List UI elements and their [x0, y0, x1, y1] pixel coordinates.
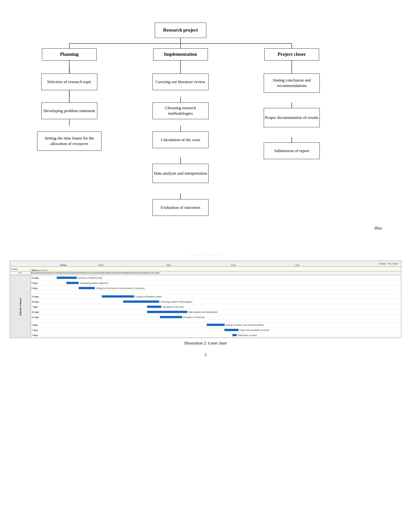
illus-label: ·Illus [374, 226, 382, 231]
implementation-box: Implementation [153, 48, 208, 61]
gantt-row-6: 7 days Calculation of the costs [31, 304, 401, 309]
today-label: Today [60, 264, 66, 266]
gantt-row-8: 11 days Evaluation of outcomes [31, 314, 401, 320]
bar-label-3: Setting the time frame for the allocatio… [96, 287, 145, 289]
gantt-row-2: 6 days Developing problem statement [31, 280, 401, 285]
days-9: 9 days [32, 324, 38, 326]
days-4: 16 days [32, 295, 39, 297]
gantt-row-content-11: 2 days Submission of report [31, 333, 401, 337]
bar-9 [207, 324, 225, 326]
days-6: 7 days [32, 305, 38, 308]
bar-label-9: Stating conclusion and recommendations [226, 324, 264, 326]
gantt-row-3: 8 days Setting the time frame for the al… [31, 285, 401, 291]
finish-label: Finish [380, 263, 388, 265]
planning-child-3: Setting the time frame for the allocatio… [37, 131, 102, 151]
gantt-row-4: 16 days Carrying out literature review [31, 294, 401, 299]
bar-6 [147, 305, 161, 308]
days-10: 7 days [32, 329, 38, 331]
bar-label-6: Calculation of the costs [162, 305, 184, 308]
impl-child-5: Evaluation of outcomes [152, 199, 209, 216]
gantt-body: Gantt Chart 10 days Selection of researc… [10, 275, 401, 338]
start-label: Start [32, 269, 36, 271]
bar-label-1: Selection of research topic [78, 276, 103, 279]
bar-2 [66, 282, 79, 284]
gantt-row-7: 20 days Data analysis and interpretation [31, 309, 401, 314]
bar-label-5: Choosing research methodologies [161, 300, 192, 303]
planning-child-2: Developing problem statement [41, 102, 97, 119]
bar-5 [123, 300, 159, 303]
days-2: 6 days [32, 282, 38, 284]
gantt-row-content-9: 9 days Stating conclusion and recommenda… [31, 322, 401, 327]
pc-child-3: Submission of report [264, 142, 320, 159]
spacer-row [31, 291, 401, 294]
bar-11 [232, 334, 237, 336]
bar-4 [102, 295, 134, 297]
gantt-row-content-8: 11 days Evaluation of outcomes [31, 314, 401, 319]
gantt-row-content-2: 6 days Developing problem statement [31, 280, 401, 285]
start-date: Mon 2/27/17 [37, 269, 48, 271]
dates-row: 9|12|15|18|21|24|27|2|5|8|11|14|17|20|23… [31, 271, 401, 275]
org-chart-wrapper: Research project Planning Implementation… [19, 13, 392, 245]
pc-child-1: Stating conclusion and recommendations [264, 73, 320, 93]
gantt-row-10: 7 days Proper documentation of results [31, 327, 401, 333]
june-label: June [231, 264, 236, 266]
impl-child-1: Carrying out literature review [152, 73, 209, 90]
gantt-row-content-10: 7 days Proper documentation of results [31, 327, 401, 332]
days-3: 8 days [32, 287, 38, 289]
days-5: 18 days [32, 300, 39, 303]
gantt-row-content-6: 7 days Calculation of the costs [31, 304, 401, 309]
gantt-row-content-5: 18 days Choosing research methodologies [31, 299, 401, 304]
gantt-row-content-4: 16 days Carrying out literature review [31, 294, 401, 299]
gantt-sidebar: Gantt Chart [10, 275, 31, 338]
bar-label-4: Carrying out literature review [135, 295, 162, 297]
project-closer-box: Project closer [264, 48, 319, 61]
april-label: April [99, 264, 103, 266]
bar-label-2: Developing problem statement [80, 282, 108, 284]
gantt-row-content-1: 10 days Selection of research topic [31, 275, 401, 280]
root-box: Research project [155, 23, 206, 38]
bar-7 [147, 311, 187, 313]
july-label: July [295, 264, 299, 266]
gantt-row-content-3: 8 days Setting the time frame for the al… [31, 285, 401, 290]
days-1: 10 days [32, 276, 39, 279]
days-8: 11 days [32, 316, 39, 318]
planning-child-1: Selection of research topic [41, 73, 97, 90]
gantt-sidebar-label: Gantt Chart [19, 298, 22, 315]
gantt-timeline-label: Timeline [10, 268, 31, 270]
bar-3 [79, 287, 95, 289]
org-chart-section: Research project Planning Implementation… [0, 0, 411, 251]
bar-label-10: Proper documentation of results [240, 329, 269, 331]
days-7: 20 days [32, 311, 39, 313]
bar-8 [160, 316, 182, 318]
gantt-row-5: 18 days Choosing research methodologies [31, 299, 401, 304]
gantt-row-11: 2 days Submission of report [31, 333, 401, 338]
spacer-row-2 [31, 320, 401, 322]
days-11: 2 days [32, 334, 38, 336]
impl-child-2: Choosing research methodologies [152, 102, 209, 119]
gantt-chart-section: Today April May June July Finish Thu 7/6… [10, 261, 401, 338]
gantt-caption: Illustration 2: Gantt chart [0, 341, 411, 346]
bar-label-11: Submission of report [238, 334, 257, 336]
page-number: 5 [0, 352, 411, 357]
may-label: May [166, 264, 171, 266]
bar-label-7: Data analysis and interpretation [188, 311, 218, 313]
impl-child-3: Calculation of the costs [152, 131, 209, 148]
gantt-bars-area: 10 days Selection of research topic 6 da… [31, 275, 401, 338]
separator-dots: · · · · · · · · · · · [0, 253, 411, 257]
planning-box: Planning [42, 48, 97, 61]
finish-date: Thu 7/6/17 [388, 263, 401, 265]
bar-label-8: Evaluation of outcomes [183, 316, 205, 318]
year-label: 2017 [10, 271, 31, 275]
bar-1 [57, 276, 77, 279]
pc-child-2: Proper documentation of results [264, 108, 320, 127]
gantt-row-content-7: 20 days Data analysis and interpretation [31, 309, 401, 314]
gantt-row-9: 9 days Stating conclusion and recommenda… [31, 322, 401, 327]
impl-child-4: Data analysis and interpretation [152, 164, 209, 183]
bar-10 [224, 329, 239, 331]
gantt-row-1: 10 days Selection of research topic [31, 275, 401, 280]
